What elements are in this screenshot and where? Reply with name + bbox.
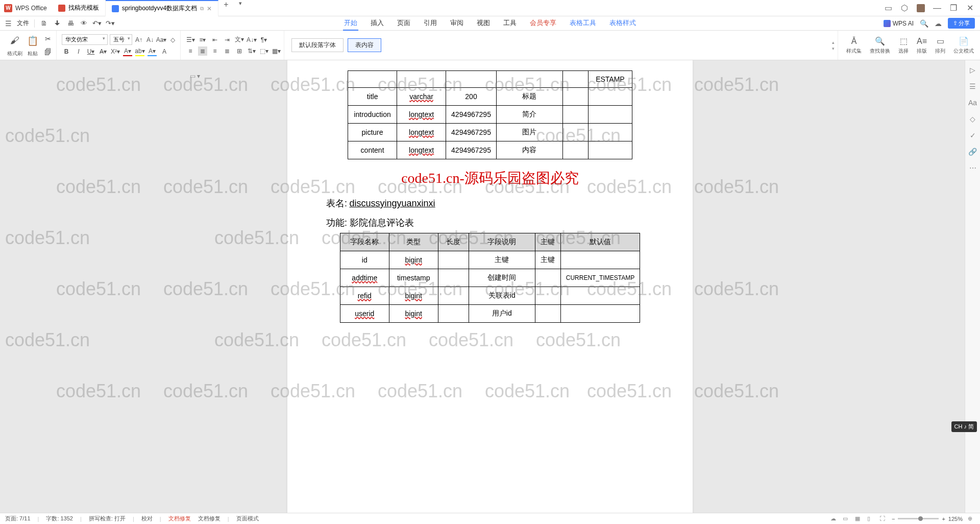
sidebar-outline-icon[interactable]: ☰ <box>968 82 977 91</box>
align-center-icon[interactable]: ≣ <box>198 46 207 56</box>
search-icon[interactable]: 🔍 <box>920 19 928 28</box>
minimize-button[interactable]: — <box>933 4 941 12</box>
number-list-icon[interactable]: ≡▾ <box>198 35 207 44</box>
superscript-button[interactable]: X²▾ <box>111 47 120 56</box>
style-default[interactable]: 默认段落字体 <box>291 38 344 52</box>
view-page-icon[interactable]: ▭ <box>843 515 850 522</box>
window-mode-icon[interactable]: ▭ <box>884 4 892 12</box>
document-area[interactable]: ▭ ▾ ESTAMP title varchar 200 标题 introduc… <box>0 60 980 513</box>
status-docfix[interactable]: 文档修复 <box>168 515 191 522</box>
italic-button[interactable]: I <box>74 47 83 56</box>
strikethrough-button[interactable]: A̶▾ <box>99 47 108 56</box>
view-full-icon[interactable]: ⛶ <box>879 515 887 522</box>
tab-popout-icon[interactable]: ⧉ <box>200 6 204 12</box>
zoom-value[interactable]: 125% <box>948 516 963 522</box>
indent-icon[interactable]: ⇥ <box>223 35 232 44</box>
style-down-icon[interactable]: ▾ <box>832 46 835 51</box>
tab-close-icon[interactable]: ✕ <box>207 5 212 12</box>
undo-icon[interactable]: ↶▾ <box>93 19 101 28</box>
page-settings-icon[interactable]: ▭ ▾ <box>190 73 200 80</box>
menu-tablestyle[interactable]: 表格样式 <box>608 16 637 31</box>
zoom-slider[interactable] <box>898 518 939 519</box>
export-icon[interactable]: 🠋 <box>53 19 61 28</box>
menu-view[interactable]: 视图 <box>476 16 491 31</box>
cloud-icon[interactable]: ☁ <box>935 19 942 28</box>
close-button[interactable]: ✕ <box>966 4 974 12</box>
char-border-button[interactable]: A <box>160 47 169 56</box>
align-button[interactable]: ▭ 排列 <box>933 36 947 55</box>
zoom-out-icon[interactable]: − <box>892 516 895 522</box>
line-spacing-icon[interactable]: ⇅▾ <box>247 46 256 56</box>
sidebar-close-icon[interactable]: ▷ <box>968 65 977 75</box>
bold-button[interactable]: B <box>62 47 71 56</box>
wps-ai-button[interactable]: WPS AI <box>884 20 914 27</box>
arrange-button[interactable]: A≡ 排版 <box>915 36 929 55</box>
save-icon[interactable]: 🗎 <box>40 19 48 28</box>
new-tab-button[interactable]: + <box>218 0 233 16</box>
sort-icon[interactable]: A↓▾ <box>247 35 256 44</box>
styleset-button[interactable]: Ā 样式集 <box>844 36 864 55</box>
justify-icon[interactable]: ≣ <box>223 46 232 56</box>
document-page[interactable]: ESTAMP title varchar 200 标题 introduction… <box>287 60 693 513</box>
sidebar-link-icon[interactable]: 🔗 <box>968 147 977 156</box>
sidebar-shape-icon[interactable]: ◇ <box>968 114 977 124</box>
grow-font-icon[interactable]: A↑ <box>134 35 143 44</box>
distribute-icon[interactable]: ⊞ <box>235 46 244 56</box>
font-size-select[interactable]: 五号 <box>110 34 132 45</box>
table-2[interactable]: 字段名称 类型 长度 字段说明 主键 默认值 id bigint 主键 主键 a… <box>340 233 640 323</box>
zoom-control[interactable]: − + 125% <box>892 516 963 522</box>
file-menu[interactable]: 文件 <box>17 19 29 28</box>
cut-icon[interactable]: ✂ <box>43 34 53 44</box>
view-web-icon[interactable]: ▦ <box>855 515 862 522</box>
show-marks-icon[interactable]: ¶▾ <box>259 35 268 44</box>
menu-member[interactable]: 会员专享 <box>529 16 557 31</box>
fit-icon[interactable]: ⊕ <box>968 515 975 522</box>
tab-template[interactable]: 找稿壳模板 <box>52 0 106 16</box>
find-replace-button[interactable]: 🔍 查找替换 <box>868 36 892 55</box>
clear-format-icon[interactable]: ◇ <box>168 35 177 44</box>
align-left-icon[interactable]: ≡ <box>186 46 195 56</box>
menu-insert[interactable]: 插入 <box>370 16 385 31</box>
sidebar-check-icon[interactable]: ✓ <box>968 131 977 140</box>
status-page[interactable]: 页面: 7/11 <box>5 515 31 522</box>
print-icon[interactable]: 🖶 <box>66 19 75 28</box>
outdent-icon[interactable]: ⇤ <box>210 35 219 44</box>
menu-tabletool[interactable]: 表格工具 <box>569 16 597 31</box>
avatar-icon[interactable] <box>917 4 925 12</box>
share-button[interactable]: ⇪分享 <box>948 18 975 29</box>
view-read-icon[interactable]: ☁ <box>830 515 838 522</box>
copy-icon[interactable]: 🗐 <box>43 47 53 57</box>
text-direction-icon[interactable]: 文▾ <box>235 35 244 44</box>
status-spell[interactable]: 拼写检查: 打开 <box>89 515 126 522</box>
font-family-select[interactable]: 华文仿宋 <box>62 34 108 45</box>
select-button[interactable]: ⬚ 选择 <box>896 36 911 55</box>
tab-document[interactable]: springbootdyvv4数据库文档 ⧉ ✕ <box>106 0 218 16</box>
bullet-list-icon[interactable]: ☰▾ <box>186 35 195 44</box>
menu-ref[interactable]: 引用 <box>423 16 438 31</box>
view-outline-icon[interactable]: ▯ <box>867 515 874 522</box>
style-up-icon[interactable]: ▴ <box>832 40 835 45</box>
cube-icon[interactable]: ⬡ <box>900 4 909 12</box>
redo-icon[interactable]: ↷▾ <box>106 19 114 28</box>
docmode-button[interactable]: 📄 公文模式 <box>951 36 976 55</box>
align-right-icon[interactable]: ≡ <box>210 46 219 56</box>
style-table-content[interactable]: 表内容 <box>348 38 381 52</box>
menu-start[interactable]: 开始 <box>343 16 358 31</box>
table-1[interactable]: ESTAMP title varchar 200 标题 introduction… <box>348 70 632 159</box>
shading-button[interactable]: A▾ <box>148 47 157 56</box>
menu-review[interactable]: 审阅 <box>449 16 464 31</box>
sidebar-more-icon[interactable]: ⋯ <box>968 163 977 173</box>
ime-indicator[interactable]: CH ♪ 简 <box>951 421 977 432</box>
sidebar-style-icon[interactable]: Aa <box>968 98 977 107</box>
font-color-button[interactable]: A▾ <box>123 47 132 56</box>
borders-icon[interactable]: ▦▾ <box>272 46 281 56</box>
menu-page[interactable]: 页面 <box>396 16 411 31</box>
zoom-in-icon[interactable]: + <box>942 516 945 522</box>
hamburger-icon[interactable]: ☰ <box>5 19 12 28</box>
fill-color-icon[interactable]: ⬚▾ <box>259 46 268 56</box>
format-brush-button[interactable]: 🖌 格式刷 <box>7 34 22 57</box>
preview-icon[interactable]: 👁 <box>80 19 88 28</box>
underline-button[interactable]: U▾ <box>86 47 95 56</box>
status-pagemode[interactable]: 页面模式 <box>236 515 259 522</box>
menu-tool[interactable]: 工具 <box>502 16 518 31</box>
